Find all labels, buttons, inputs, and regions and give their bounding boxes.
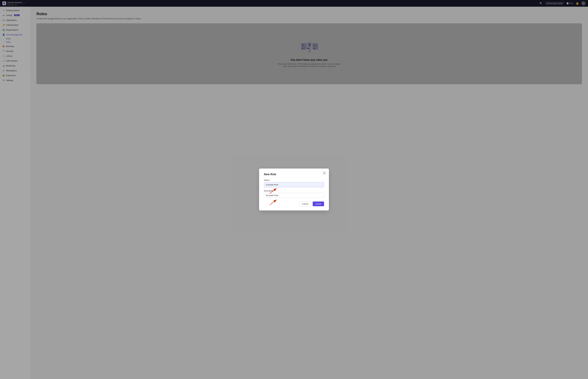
modal-close-button[interactable]: ✕ — [322, 171, 326, 175]
description-input[interactable] — [264, 193, 324, 198]
description-form-group: Description * — [264, 190, 324, 198]
modal-footer: Cancel Create — [264, 202, 324, 206]
cancel-button[interactable]: Cancel — [299, 202, 311, 206]
name-input[interactable] — [264, 182, 324, 187]
name-required-indicator: * — [270, 179, 270, 181]
description-required-indicator: * — [274, 190, 275, 192]
modal-overlay: New Role ✕ Name * — [0, 0, 588, 379]
create-button[interactable]: Create — [313, 202, 324, 206]
modal-title: New Role — [264, 173, 324, 176]
name-label: Name * — [264, 179, 324, 181]
name-form-group: Name * — [264, 179, 324, 187]
description-label: Description * — [264, 190, 324, 192]
new-role-modal: New Role ✕ Name * — [259, 169, 329, 210]
